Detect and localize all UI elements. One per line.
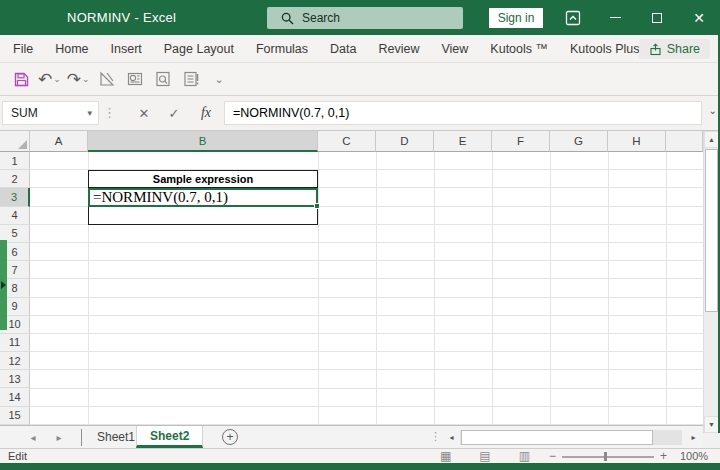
tab-kutools-plus[interactable]: Kutools Plus: [559, 42, 650, 56]
column-header-partial[interactable]: [666, 131, 703, 152]
kutools-pane-handle[interactable]: [0, 240, 7, 330]
column-header-b[interactable]: B: [88, 131, 318, 152]
tab-page-layout[interactable]: Page Layout: [153, 42, 245, 56]
close-button[interactable]: ✕: [678, 0, 720, 35]
column-header-h[interactable]: H: [608, 131, 666, 152]
cell-mode-indicator: Edit: [8, 450, 27, 462]
scroll-right-icon: ▸: [691, 433, 695, 442]
row-header-12[interactable]: 12: [0, 352, 30, 370]
zoom-slider-thumb[interactable]: [604, 452, 607, 461]
zoom-slider-track[interactable]: [562, 456, 654, 458]
view-shortcuts: ▦ ▤ ▥: [440, 449, 530, 463]
zoom-level-label[interactable]: 100%: [680, 450, 708, 462]
document-properties-button[interactable]: [180, 67, 202, 91]
redo-dropdown-icon: ⌄: [82, 74, 90, 84]
expand-formula-bar-icon[interactable]: ⌄: [709, 105, 717, 116]
fill-handle[interactable]: [314, 203, 320, 209]
formula-bar: SUM ▾ ⋮ ✕ ✓ fx =NORMINV(0.7, 0,1) ⌄: [0, 96, 720, 131]
enter-button[interactable]: ✓: [161, 101, 187, 125]
previous-sheet-icon: ◂: [30, 432, 35, 443]
scroll-left-button[interactable]: ◂: [444, 430, 459, 445]
cell-b3-active[interactable]: =NORMINV(0.7, 0,1): [88, 188, 318, 207]
enter-icon: ✓: [169, 106, 180, 121]
column-header-d[interactable]: D: [376, 131, 434, 152]
cell-b4[interactable]: [88, 207, 318, 225]
tab-insert[interactable]: Insert: [100, 42, 153, 56]
undo-button[interactable]: ↶ ⌄: [38, 67, 61, 91]
share-icon: [649, 43, 662, 56]
tab-scrollbar-grip[interactable]: ⋮: [430, 430, 439, 443]
chart-page-button[interactable]: [124, 67, 146, 91]
search-box[interactable]: Search: [267, 7, 463, 29]
row-header-13[interactable]: 13: [0, 370, 30, 388]
tab-file[interactable]: File: [2, 42, 44, 56]
minimize-button[interactable]: [594, 0, 636, 35]
window-controls: ✕: [552, 0, 720, 35]
row-header-4[interactable]: 4: [0, 207, 30, 225]
page-magnifier-icon: [154, 70, 172, 88]
column-header-c[interactable]: C: [318, 131, 376, 152]
page-layout-view-icon[interactable]: ▤: [479, 449, 490, 463]
window-bottom-border: [0, 463, 720, 470]
row-header-1[interactable]: 1: [0, 152, 30, 170]
status-bar: Edit ▦ ▤ ▥ − + 100%: [0, 448, 720, 463]
ribbon-display-options-icon: [565, 10, 581, 26]
select-all-button[interactable]: [0, 131, 30, 152]
scroll-down-icon: ▼: [708, 421, 715, 428]
vertical-scrollbar-thumb[interactable]: [705, 149, 718, 312]
tab-kutools[interactable]: Kutools ™: [479, 42, 559, 56]
maximize-button[interactable]: [636, 0, 678, 35]
sign-in-button[interactable]: Sign in: [489, 8, 543, 28]
column-header-f[interactable]: F: [492, 131, 550, 152]
insert-function-button[interactable]: fx: [193, 101, 219, 125]
share-button[interactable]: Share: [639, 39, 710, 59]
row-header-2[interactable]: 2: [0, 170, 30, 188]
new-sheet-plus-icon: +: [226, 430, 233, 444]
formula-input[interactable]: =NORMINV(0.7, 0,1): [224, 101, 702, 125]
cancel-button[interactable]: ✕: [131, 101, 157, 125]
tab-review[interactable]: Review: [367, 42, 430, 56]
name-box-dropdown-icon: ▾: [87, 108, 92, 118]
column-header-a[interactable]: A: [30, 131, 88, 152]
scroll-left-icon: ◂: [449, 433, 453, 442]
ribbon-display-options-button[interactable]: [552, 0, 594, 35]
tab-formulas[interactable]: Formulas: [245, 42, 319, 56]
name-box[interactable]: SUM ▾: [2, 101, 99, 125]
ribbon-tab-bar: File Home Insert Page Layout Formulas Da…: [0, 35, 720, 63]
formula-bar-grip-icon[interactable]: ⋮: [103, 105, 116, 120]
row-header-3[interactable]: 3: [0, 188, 30, 206]
expand-pane-arrow-icon: [1, 281, 6, 289]
document-lines-icon: [182, 70, 200, 88]
save-button[interactable]: [10, 67, 32, 91]
column-header-g[interactable]: G: [550, 131, 608, 152]
redo-button[interactable]: ↷ ⌄: [67, 67, 90, 91]
column-header-e[interactable]: E: [434, 131, 492, 152]
tab-home[interactable]: Home: [44, 42, 99, 56]
sheet-tab-sheet2[interactable]: Sheet2: [136, 426, 203, 448]
new-sheet-button[interactable]: +: [222, 429, 238, 445]
scroll-down-button[interactable]: ▼: [704, 416, 719, 433]
previous-sheet-button[interactable]: ◂: [22, 426, 44, 449]
scroll-up-icon: ▲: [708, 136, 715, 143]
vertical-scrollbar[interactable]: ▲ ▼: [703, 131, 718, 433]
row-header-14[interactable]: 14: [0, 388, 30, 406]
close-icon: ✕: [693, 11, 705, 25]
cell-b2[interactable]: Sample expression: [88, 170, 318, 188]
tab-data[interactable]: Data: [319, 42, 367, 56]
tab-view[interactable]: View: [430, 42, 479, 56]
page-break-view-icon[interactable]: ▥: [519, 449, 530, 463]
scroll-right-button[interactable]: ▸: [686, 430, 701, 445]
horizontal-scrollbar-thumb[interactable]: [461, 430, 653, 445]
ruler-pen-button[interactable]: [96, 67, 118, 91]
row-header-11[interactable]: 11: [0, 334, 30, 352]
scroll-up-button[interactable]: ▲: [704, 131, 719, 148]
print-preview-button[interactable]: [152, 67, 174, 91]
next-sheet-button[interactable]: ▸: [48, 426, 70, 449]
row-header-15[interactable]: 15: [0, 407, 30, 425]
customize-quick-access-button[interactable]: ⌄: [208, 67, 230, 91]
zoom-out-button[interactable]: −: [549, 449, 556, 463]
normal-view-icon[interactable]: ▦: [440, 449, 451, 463]
zoom-in-button[interactable]: +: [660, 449, 667, 463]
next-sheet-icon: ▸: [56, 432, 61, 443]
sheet-tab-bar: ◂ ▸ Sheet1 Sheet2 + ⋮ ◂ ▸: [0, 425, 703, 448]
